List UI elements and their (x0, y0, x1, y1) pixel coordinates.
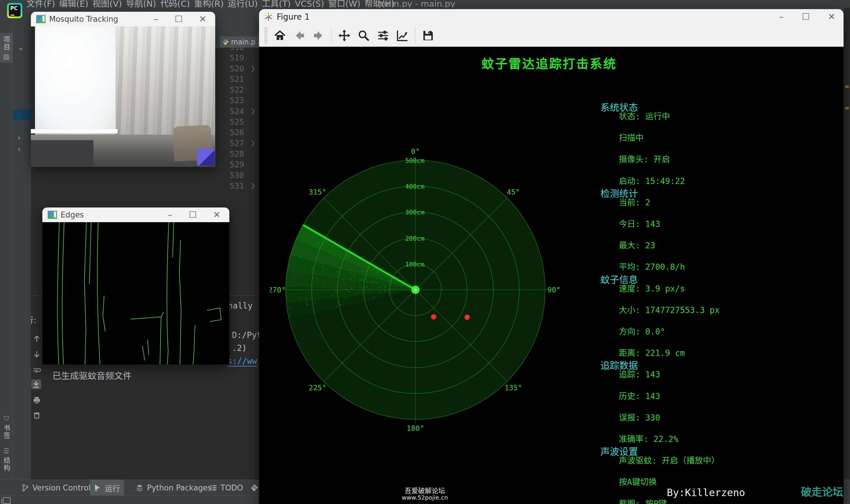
menu-item[interactable]: 窗口(W) (328, 0, 360, 7)
configure-subplots-button[interactable] (376, 29, 390, 42)
info-row: 大小: 1747727553.3 px (619, 304, 720, 315)
menu-item[interactable]: 编辑(E) (59, 0, 88, 7)
figure-window[interactable]: Figure 1 – ☐ ✕ (259, 9, 844, 504)
menu-item[interactable]: 代码(C) (160, 0, 190, 7)
pan-button[interactable] (338, 29, 351, 42)
scroll-to-end-button[interactable] (31, 379, 41, 390)
minimize-button[interactable]: – (168, 208, 172, 222)
menu-item[interactable]: VCS(S) (295, 0, 324, 7)
matplotlib-toolbar (259, 24, 844, 47)
close-button[interactable]: ✕ (199, 12, 207, 26)
line-number: 527 (217, 139, 244, 148)
info-row: 历史: 143 (619, 390, 660, 401)
run-play-icon (94, 484, 101, 492)
forum-watermark-badge: 破走论坛 (801, 483, 843, 499)
editor-line: 520❯ (215, 63, 261, 74)
project-tree-selected-row[interactable] (13, 110, 31, 121)
toolbar-grip[interactable] (264, 27, 267, 44)
maximize-button[interactable]: ☐ (189, 208, 197, 222)
editor-line: 523 (215, 95, 261, 106)
scroll-up-button[interactable] (32, 334, 42, 344)
edges-window[interactable]: Edges – ☐ ✕ (42, 208, 229, 364)
fold-marker-icon[interactable]: ❯ (250, 139, 255, 146)
figure-titlebar[interactable]: Figure 1 – ☐ ✕ (259, 9, 844, 24)
figure-canvas[interactable]: 蚊子雷达追踪打击系统 100cm200cm300cm400cm500cm0°45… (259, 47, 844, 504)
editor-line: 524❯ (215, 106, 261, 116)
info-row: 误报: 330 (619, 411, 660, 423)
project-tree-panel: ⌄ › › (13, 7, 31, 496)
console-link[interactable]: s://ww (227, 356, 257, 366)
chevron-down-icon[interactable]: ⌄ (18, 43, 24, 52)
sidebar-tab-bookmarks[interactable]: ⛉ 书签 (0, 413, 13, 443)
menu-item[interactable]: 文件(F) (26, 0, 55, 7)
menu-item[interactable]: 工具(T) (262, 0, 291, 7)
editor-scroll-stripe[interactable] (844, 7, 850, 504)
info-row: 扫描中 (619, 131, 643, 143)
menu-item[interactable]: 运行(U) (228, 0, 258, 7)
stripe-mark[interactable] (845, 86, 849, 88)
fold-marker-icon[interactable]: ❯ (250, 182, 255, 189)
chevron-right-icon[interactable]: › (18, 145, 21, 154)
back-button[interactable] (293, 29, 306, 42)
edge-lines (42, 222, 229, 364)
sidebar-tab-project[interactable]: 项目 ▨ (0, 33, 13, 63)
toolwindow-label: TODO (220, 483, 243, 492)
toolwindow-todo[interactable]: TODO (206, 480, 247, 496)
radar-info-panel: 系统状态状态: 运行中扫描中摄像头: 开启启动: 15:49:22检测统计当前:… (259, 47, 844, 504)
editor-tab-main-py[interactable]: main.p (220, 36, 261, 48)
line-number: 524 (217, 107, 244, 116)
toolbar-separator (415, 27, 415, 44)
scroll-down-button[interactable] (32, 349, 42, 359)
line-number: 526 (217, 128, 244, 137)
sidebar-tab-structure[interactable]: ☰ 结构 (0, 445, 13, 475)
clear-trash-button[interactable] (32, 410, 42, 420)
save-button[interactable] (421, 29, 435, 42)
menu-item[interactable]: 视图(V) (92, 0, 122, 7)
maximize-button[interactable]: ☐ (175, 12, 182, 26)
edit-axes-button[interactable] (396, 29, 409, 42)
maximize-button[interactable]: ☐ (802, 10, 810, 24)
editor-line: 529 (215, 159, 261, 169)
home-button[interactable] (273, 29, 287, 42)
soft-wrap-button[interactable] (32, 366, 42, 376)
stripe-mark[interactable] (845, 107, 849, 110)
structure-icon: ☰ (3, 448, 10, 454)
close-button[interactable]: ✕ (213, 208, 220, 222)
toolwindow-version-control[interactable]: Version Control (18, 480, 95, 496)
fold-marker-icon[interactable]: ❯ (250, 107, 255, 114)
left-tool-strip: 项目 ▨ ⛉ 书签 ☰ 结构 (0, 7, 13, 496)
menu-item[interactable]: 导航(N) (126, 0, 156, 7)
toolwindow-label: 运行 (105, 483, 120, 493)
figure-title: Figure 1 (277, 12, 309, 22)
edges-window-title: Edges (60, 211, 84, 219)
minimize-button[interactable]: – (154, 12, 158, 26)
chevron-right-icon[interactable]: › (18, 133, 21, 142)
menu-item[interactable]: 重构(R) (194, 0, 224, 7)
editor-tab-label: main.p (231, 38, 255, 46)
toolbar-separator (331, 27, 332, 44)
toolwindow-run[interactable]: 运行 (90, 480, 124, 496)
toolwindow-python-packages[interactable]: Python Packages (132, 480, 216, 496)
close-button[interactable]: ✕ (828, 10, 835, 24)
forward-button[interactable] (312, 29, 325, 42)
info-row: 截图: 按P键 (619, 497, 667, 504)
editor-gutter: 518519520❯521522523524❯525526527❯5285295… (215, 42, 261, 191)
mosquito-tracking-window[interactable]: Mosquito Tracking – ☐ ✕ (31, 12, 215, 167)
zoom-button[interactable] (357, 29, 370, 42)
todo-list-icon (210, 484, 217, 491)
editor-line: 522 (215, 84, 261, 95)
menu-items: 文件(F)编辑(E)视图(V)导航(N)代码(C)重构(R)运行(U)工具(T)… (26, 0, 394, 7)
line-number: 520 (217, 64, 244, 73)
editor-line: 527❯ (215, 138, 261, 148)
mosquito-window-titlebar[interactable]: Mosquito Tracking – ☐ ✕ (31, 12, 215, 26)
minimize-button[interactable]: – (779, 10, 783, 24)
window-stack-icon[interactable] (3, 497, 11, 504)
forum-watermark-line1: 吾爱破解论坛 (390, 485, 460, 495)
edges-window-titlebar[interactable]: Edges – ☐ ✕ (42, 208, 229, 222)
info-row: 当前: 2 (619, 196, 650, 208)
print-button[interactable] (32, 395, 42, 405)
fold-marker-icon[interactable]: ❯ (250, 65, 255, 72)
menu-bar: 文件(F)编辑(E)视图(V)导航(N)代码(C)重构(R)运行(U)工具(T)… (0, 0, 850, 7)
toolwindow-label: Version Control (32, 483, 91, 492)
pycharm-logo-underscore (11, 15, 14, 16)
